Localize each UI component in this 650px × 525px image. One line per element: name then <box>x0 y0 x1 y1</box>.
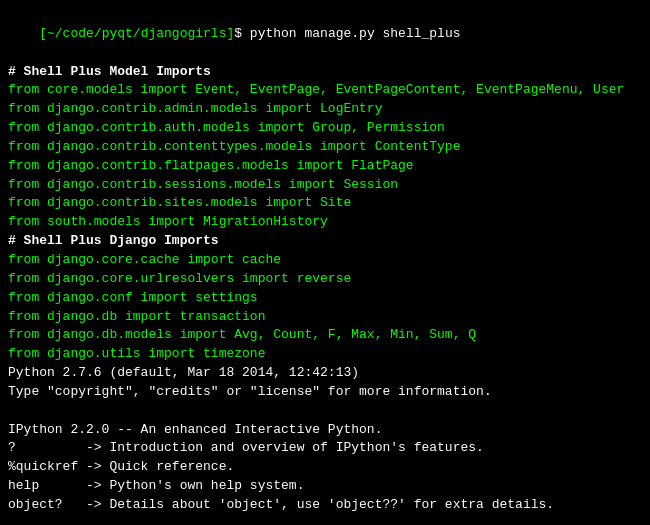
import-line-11: from django.conf import settings <box>8 289 642 308</box>
import-line-8: from south.models import MigrationHistor… <box>8 213 642 232</box>
import-line-14: from django.utils import timezone <box>8 345 642 364</box>
ipython-help-3: help -> Python's own help system. <box>8 477 642 496</box>
prompt-command: $ python manage.py shell_plus <box>234 26 460 41</box>
ipython-version: IPython 2.2.0 -- An enhanced Interactive… <box>8 421 642 440</box>
prompt-path: [~/code/pyqt/djangogirls] <box>39 26 234 41</box>
ipython-help-1: ? -> Introduction and overview of IPytho… <box>8 439 642 458</box>
import-line-2: from django.contrib.admin.models import … <box>8 100 642 119</box>
django-imports-header: # Shell Plus Django Imports <box>8 232 642 251</box>
python-version: Python 2.7.6 (default, Mar 18 2014, 12:4… <box>8 364 642 383</box>
import-line-1: from core.models import Event, EventPage… <box>8 81 642 100</box>
import-line-12: from django.db import transaction <box>8 308 642 327</box>
import-line-5: from django.contrib.flatpages.models imp… <box>8 157 642 176</box>
import-line-4: from django.contrib.contenttypes.models … <box>8 138 642 157</box>
terminal-window: [~/code/pyqt/djangogirls]$ python manage… <box>0 0 650 525</box>
import-line-9: from django.core.cache import cache <box>8 251 642 270</box>
blank-line-1 <box>8 402 642 421</box>
model-imports-header: # Shell Plus Model Imports <box>8 63 642 82</box>
prompt-line: [~/code/pyqt/djangogirls]$ python manage… <box>8 6 642 63</box>
python-license: Type "copyright", "credits" or "license"… <box>8 383 642 402</box>
ipython-help-2: %quickref -> Quick reference. <box>8 458 642 477</box>
import-line-6: from django.contrib.sessions.models impo… <box>8 176 642 195</box>
import-line-13: from django.db.models import Avg, Count,… <box>8 326 642 345</box>
import-line-3: from django.contrib.auth.models import G… <box>8 119 642 138</box>
blank-line-2 <box>8 515 642 525</box>
import-line-10: from django.core.urlresolvers import rev… <box>8 270 642 289</box>
ipython-help-4: object? -> Details about 'object', use '… <box>8 496 642 515</box>
import-line-7: from django.contrib.sites.models import … <box>8 194 642 213</box>
